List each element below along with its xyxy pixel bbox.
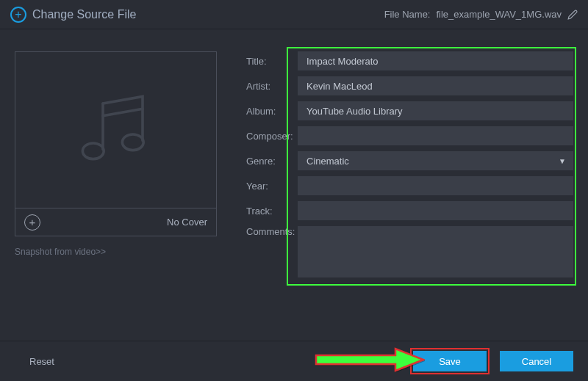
right-buttons: Save Cancel — [413, 351, 573, 371]
album-row: Album: — [246, 101, 573, 120]
save-button-wrapper: Save — [413, 351, 487, 371]
track-input[interactable] — [298, 201, 573, 220]
add-cover-button[interactable]: + — [24, 214, 40, 231]
metadata-form: Title: Artist: Album: Composer: Genre: ▼… — [246, 51, 573, 283]
comments-row: Comments: — [246, 226, 573, 277]
snapshot-from-video-link[interactable]: Snapshot from video>> — [15, 247, 217, 257]
title-label: Title: — [246, 56, 298, 67]
title-row: Title: — [246, 51, 573, 70]
album-input[interactable] — [298, 101, 573, 120]
comments-label: Comments: — [246, 226, 298, 237]
artist-label: Artist: — [246, 81, 298, 92]
edit-icon[interactable] — [567, 10, 578, 20]
artist-row: Artist: — [246, 76, 573, 95]
title-input[interactable] — [298, 51, 573, 70]
change-source-label: Change Source File — [32, 8, 136, 21]
cover-art-box: + No Cover — [15, 51, 217, 236]
left-panel: + No Cover Snapshot from video>> — [15, 51, 217, 283]
genre-label: Genre: — [246, 156, 298, 167]
content-area: + No Cover Snapshot from video>> Title: … — [0, 29, 588, 291]
plus-circle-icon: + — [10, 7, 26, 23]
track-row: Track: — [246, 201, 573, 220]
cancel-button[interactable]: Cancel — [500, 351, 573, 371]
bottom-bar: Reset Save Cancel — [0, 341, 588, 381]
cover-placeholder — [15, 52, 216, 208]
year-label: Year: — [246, 181, 298, 192]
cover-footer: + No Cover — [15, 208, 216, 236]
year-input[interactable] — [298, 176, 573, 195]
svg-point-0 — [82, 143, 104, 159]
artist-input[interactable] — [298, 76, 573, 95]
composer-label: Composer: — [246, 131, 298, 142]
music-note-icon — [72, 86, 160, 174]
track-label: Track: — [246, 206, 298, 217]
filename-value: file_example_WAV_1MG.wav — [436, 9, 562, 20]
reset-button[interactable]: Reset — [15, 350, 69, 373]
genre-row: Genre: ▼ — [246, 151, 573, 170]
year-row: Year: — [246, 176, 573, 195]
composer-row: Composer: — [246, 126, 573, 145]
no-cover-label: No Cover — [167, 217, 207, 228]
genre-select-wrapper[interactable]: ▼ — [298, 151, 573, 170]
filename-section: File Name: file_example_WAV_1MG.wav — [384, 9, 578, 20]
filename-label: File Name: — [384, 9, 431, 20]
header-bar: + Change Source File File Name: file_exa… — [0, 0, 588, 29]
save-button[interactable]: Save — [413, 351, 487, 371]
comments-input[interactable] — [298, 226, 573, 277]
composer-input[interactable] — [298, 126, 573, 145]
album-label: Album: — [246, 106, 298, 117]
change-source-button[interactable]: + Change Source File — [10, 7, 136, 23]
svg-point-1 — [122, 134, 143, 150]
genre-select[interactable] — [298, 151, 573, 170]
